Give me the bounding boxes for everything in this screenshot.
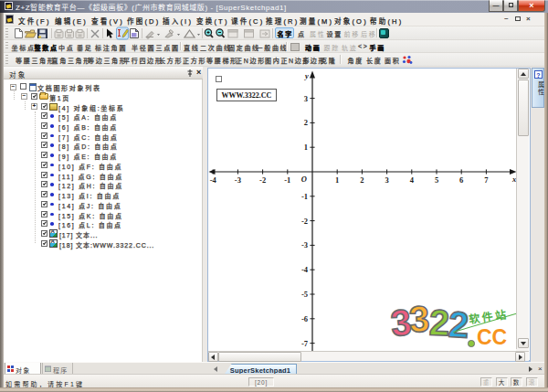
svg-text:-2: -2 <box>301 217 308 226</box>
svg-text:-1: -1 <box>284 175 290 185</box>
svg-text:3: 3 <box>385 175 388 185</box>
svg-text:-2: -2 <box>259 175 266 185</box>
svg-text:6: 6 <box>459 175 463 185</box>
svg-text:7: 7 <box>484 175 489 185</box>
svg-text:2: 2 <box>304 118 308 127</box>
svg-text:3: 3 <box>304 94 308 103</box>
svg-text:-1: -1 <box>301 192 308 201</box>
svg-text:O: O <box>301 175 307 184</box>
svg-text:y: y <box>304 71 309 80</box>
svg-text:-7: -7 <box>301 339 309 348</box>
svg-text:-3: -3 <box>235 175 241 185</box>
svg-text:-6: -6 <box>301 314 308 323</box>
svg-text:-5: -5 <box>301 290 308 299</box>
svg-text:2: 2 <box>360 175 364 185</box>
svg-text:-4: -4 <box>210 175 217 185</box>
svg-text:4: 4 <box>410 175 415 185</box>
svg-text:1: 1 <box>304 143 308 152</box>
svg-text:-4: -4 <box>301 265 309 274</box>
svg-text:5: 5 <box>435 175 438 185</box>
svg-text:1: 1 <box>335 175 339 185</box>
svg-text:-3: -3 <box>301 240 308 249</box>
